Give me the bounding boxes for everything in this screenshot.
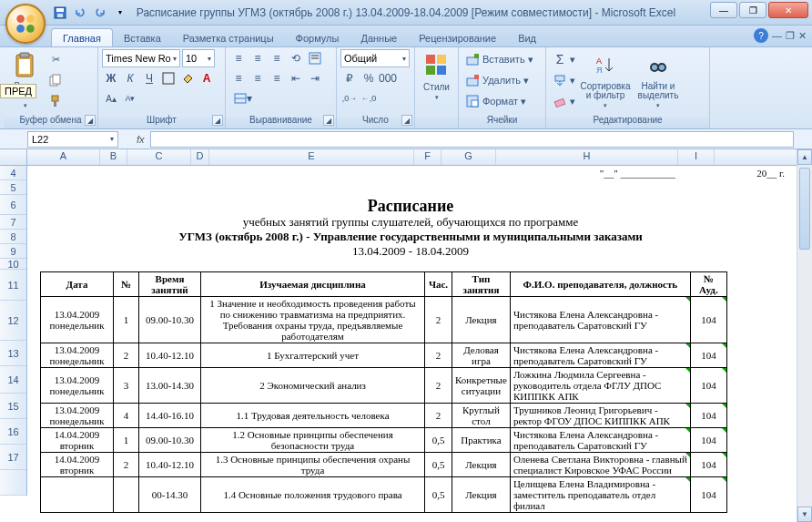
align-center-button[interactable]: ≡	[249, 69, 267, 87]
fill-button[interactable]: ▾	[550, 70, 578, 90]
border-button[interactable]	[159, 69, 178, 87]
column-header[interactable]: C	[127, 149, 191, 165]
vertical-scrollbar[interactable]: ▲ ▼	[797, 149, 812, 522]
increase-decimal-button[interactable]: ,0→	[340, 89, 359, 107]
column-header[interactable]: H	[496, 149, 678, 165]
column-header[interactable]: G	[442, 149, 496, 165]
format-painter-button[interactable]	[46, 91, 66, 111]
paste-button[interactable]: Вста- вить ▾	[7, 49, 44, 111]
column-header[interactable]: D	[191, 149, 209, 165]
font-family-combo[interactable]: Times New Ro▾	[102, 49, 180, 67]
row-header[interactable]: 11	[0, 270, 26, 301]
format-cells-button[interactable]: Формат ▾	[462, 91, 542, 111]
align-left-button[interactable]: ≡	[229, 69, 248, 87]
undo-icon[interactable]	[71, 4, 89, 22]
restore-window-icon[interactable]: ❐	[786, 30, 795, 42]
underline-button[interactable]: Ч	[140, 69, 158, 87]
align-middle-button[interactable]: ≡	[249, 49, 267, 67]
row-header[interactable]: 4	[0, 166, 26, 180]
fx-icon[interactable]: fx	[137, 134, 145, 145]
copy-button[interactable]	[46, 70, 66, 90]
align-launcher[interactable]: ◢	[323, 115, 334, 126]
formula-input[interactable]	[150, 131, 794, 148]
column-header[interactable]: E	[209, 149, 414, 165]
maximize-button[interactable]: ❐	[739, 2, 766, 18]
increase-indent-button[interactable]: ⇥	[306, 69, 324, 87]
tab-view[interactable]: Вид	[507, 29, 547, 46]
column-header[interactable]: B	[100, 149, 127, 165]
cut-button[interactable]: ✂	[46, 49, 66, 69]
tab-insert[interactable]: Вставка	[113, 29, 172, 46]
minimize-button[interactable]: —	[710, 2, 737, 18]
close-button[interactable]: ✕	[768, 2, 808, 18]
redo-icon[interactable]	[91, 4, 109, 22]
delete-cells-button[interactable]: Удалить ▾	[462, 70, 542, 90]
clipboard-launcher[interactable]: ◢	[85, 115, 96, 126]
clipboard-icon	[11, 51, 40, 80]
align-bottom-button[interactable]: ≡	[268, 49, 286, 67]
tab-review[interactable]: Рецензирование	[408, 29, 507, 46]
tab-layout[interactable]: Разметка страницы	[172, 29, 285, 46]
name-box[interactable]: L22▾	[27, 131, 118, 148]
sort-filter-button[interactable]: АЯ Сортировка и фильтр▾	[580, 49, 631, 111]
bold-button[interactable]: Ж	[102, 69, 120, 87]
wrap-text-button[interactable]	[306, 49, 324, 67]
orientation-button[interactable]: ⟲	[287, 49, 305, 67]
shrink-font-button[interactable]: A▾	[121, 89, 139, 107]
font-size-combo[interactable]: 10▾	[182, 49, 215, 67]
insert-cells-button[interactable]: Вставить ▾	[462, 49, 542, 69]
close-workbook-icon[interactable]: ✕	[798, 30, 807, 42]
row-header[interactable]: 7	[0, 215, 26, 230]
tab-formulas[interactable]: Формулы	[285, 29, 350, 46]
save-icon[interactable]	[51, 4, 69, 22]
table-header: Тип занятия	[452, 272, 511, 297]
currency-button[interactable]: ₽	[340, 69, 359, 87]
row-header[interactable]: 8	[0, 230, 26, 244]
row-header[interactable]: 15	[0, 394, 26, 419]
align-top-button[interactable]: ≡	[229, 49, 248, 67]
number-launcher[interactable]: ◢	[401, 115, 412, 126]
row-header[interactable]: 10	[0, 259, 26, 270]
clear-button[interactable]: ▾	[550, 91, 578, 111]
percent-button[interactable]: %	[360, 69, 378, 87]
grow-font-button[interactable]: A▴	[102, 89, 120, 107]
fill-color-button[interactable]	[178, 69, 197, 87]
align-right-button[interactable]: ≡	[268, 69, 286, 87]
tab-home[interactable]: Главная	[51, 28, 113, 46]
row-header[interactable]: 17	[0, 445, 26, 470]
decrease-decimal-button[interactable]: ←,0	[360, 89, 378, 107]
office-button[interactable]	[5, 4, 46, 44]
qat-more-icon[interactable]: ▾	[111, 4, 129, 22]
decrease-indent-button[interactable]: ⇤	[287, 69, 305, 87]
tab-data[interactable]: Данные	[350, 29, 408, 46]
column-header[interactable]: A	[27, 149, 100, 165]
column-header[interactable]: F	[414, 149, 442, 165]
format-icon	[465, 94, 480, 108]
minimize-ribbon-icon[interactable]: —	[772, 30, 782, 41]
autosum-button[interactable]: Σ▾	[550, 49, 578, 69]
italic-button[interactable]: К	[121, 69, 139, 87]
column-header[interactable]: I	[678, 149, 715, 165]
scroll-thumb[interactable]	[799, 168, 810, 250]
svg-rect-23	[437, 66, 446, 75]
font-launcher[interactable]: ◢	[212, 115, 223, 126]
delete-icon	[465, 73, 480, 87]
font-color-button[interactable]: A	[198, 69, 216, 87]
row-header[interactable]: 12	[0, 301, 26, 341]
number-format-combo[interactable]: Общий▾	[340, 49, 410, 67]
row-header[interactable]: 14	[0, 366, 26, 394]
comma-button[interactable]: 000	[379, 69, 397, 87]
row-header[interactable]: 16	[0, 419, 26, 445]
select-all-corner[interactable]	[0, 149, 27, 165]
row-header[interactable]: 5	[0, 180, 26, 195]
help-icon[interactable]: ?	[754, 28, 768, 43]
row-header[interactable]: 13	[0, 341, 26, 366]
styles-button[interactable]: Стили ▾	[419, 49, 454, 103]
merge-button[interactable]: ▾	[229, 89, 257, 107]
scroll-up-icon[interactable]: ▲	[797, 149, 812, 165]
scroll-down-icon[interactable]: ▼	[797, 507, 812, 522]
row-header[interactable]: 6	[0, 195, 26, 215]
find-select-button[interactable]: Найти и выделить▾	[633, 49, 684, 111]
row-header[interactable]: 9	[0, 244, 26, 259]
row-header[interactable]	[0, 470, 26, 496]
